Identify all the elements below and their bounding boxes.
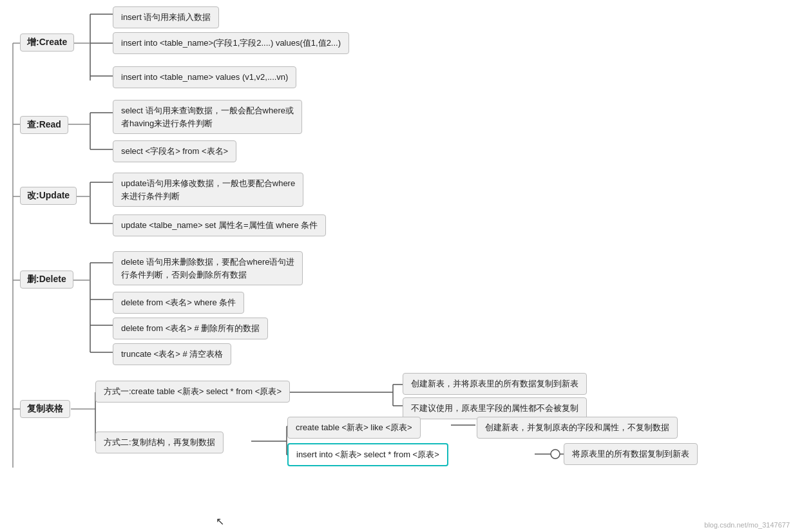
node-create-3: insert into <table_name> values (v1,v2,.… [113,66,296,88]
node-delete-1: delete 语句用来删除数据，要配合where语句进行条件判断，否则会删除所有… [113,251,303,285]
node-delete-3: delete from <表名> # 删除所有的数据 [113,318,268,339]
copy-method2-node1: create table <新表> like <原表> [287,417,421,439]
branch-update: 改:Update [20,187,77,205]
copy-method2-desc1: 创建新表，并复制原表的字段和属性，不复制数据 [477,417,678,439]
watermark: blog.csdn.net/mo_3147677 [704,521,790,529]
copy-method1-node2: 不建议使用，原表里字段的属性都不会被复制 [403,397,587,419]
node-create-2: insert into <table_name>(字段1,字段2....) va… [113,32,349,54]
svg-point-39 [551,450,560,459]
node-delete-4: truncate <表名> # 清空表格 [113,343,231,365]
copy-method2-label: 方式二:复制结构，再复制数据 [95,432,224,453]
node-update-2: update <talbe_name> set 属性名=属性值 where 条件 [113,214,326,236]
node-read-1: select 语句用来查询数据，一般会配合where或者having来进行条件判… [113,100,302,134]
branch-create: 增:Create [20,33,74,52]
node-create-1: insert 语句用来插入数据 [113,6,219,28]
cursor: ↖ [216,515,224,527]
copy-method2-desc2: 将原表里的所有数据复制到新表 [564,443,698,465]
node-delete-2: delete from <表名> where 条件 [113,292,244,314]
branch-read: 查:Read [20,116,68,134]
diagram-container: 增:Create insert 语句用来插入数据 insert into <ta… [0,0,793,532]
node-update-1: update语句用来修改数据，一般也要配合where来进行条件判断 [113,173,303,207]
branch-copy: 复制表格 [20,400,70,418]
copy-method1-label: 方式一:create table <新表> select * from <原表> [95,381,290,403]
branch-delete: 删:Delete [20,271,73,289]
node-read-2: select <字段名> from <表名> [113,140,236,162]
copy-method2-node2: insert into <新表> select * from <原表> [287,443,448,466]
copy-method1-node1: 创建新表，并将原表里的所有数据复制到新表 [403,373,587,395]
